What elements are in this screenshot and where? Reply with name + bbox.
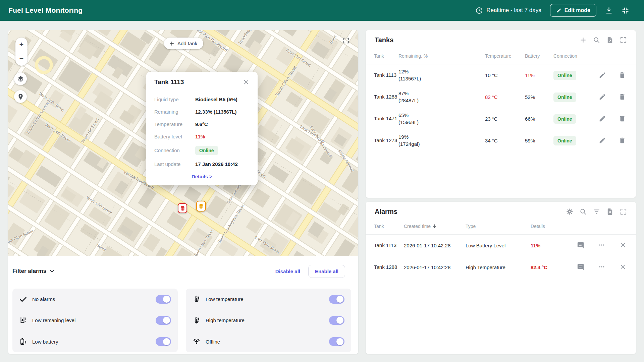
offline-icon <box>193 338 201 346</box>
filter-row: Low remaning level <box>19 310 171 331</box>
filter-alarms-toggle[interactable]: Filter alarms <box>12 268 55 275</box>
comment-icon <box>577 242 584 249</box>
delete-row-button[interactable] <box>618 137 626 145</box>
remaining-detail: (1724gal) <box>398 141 420 147</box>
zoom-in-button[interactable]: + <box>15 38 28 52</box>
delete-row-button[interactable] <box>618 115 626 123</box>
toggle-no-alarms[interactable] <box>156 295 171 304</box>
search-icon <box>593 36 600 44</box>
table-row: Tank 1113 12% (113567L) 10 °C 11% Online <box>366 64 636 86</box>
search-button[interactable] <box>579 208 587 216</box>
location-pin-icon <box>17 93 24 100</box>
comment-button[interactable] <box>577 242 585 250</box>
thermo-icon <box>193 295 201 303</box>
dismiss-alarm-button[interactable] <box>619 242 627 250</box>
comment-icon <box>577 263 584 271</box>
remaining-detail: (113567L) <box>398 76 421 81</box>
temperature-value: 23 °C <box>485 116 525 122</box>
time-range-picker[interactable]: Realtime - last 7 days <box>475 7 541 14</box>
locate-button[interactable] <box>14 90 27 103</box>
zoom-out-button[interactable]: − <box>15 52 28 66</box>
toggle-offline[interactable] <box>329 337 344 346</box>
pencil-icon <box>599 115 606 122</box>
popup-row: Last update17 Jan 2026 10:42 <box>154 158 250 170</box>
expand-icon <box>620 36 627 44</box>
export-button[interactable] <box>606 208 614 216</box>
edit-row-button[interactable] <box>598 93 606 101</box>
comment-button[interactable] <box>577 263 585 272</box>
download-button[interactable] <box>605 7 613 14</box>
toggle-low-battery[interactable] <box>156 337 171 346</box>
collapse-button[interactable] <box>622 7 629 14</box>
popup-label: Liquid type <box>154 97 195 102</box>
remaining-pct: 65% <box>398 112 409 118</box>
edit-row-button[interactable] <box>598 71 606 79</box>
fullscreen-button[interactable] <box>620 36 627 44</box>
remaining-detail: (28487L) <box>398 98 419 103</box>
popup-row: ConnectionOnline <box>154 143 250 158</box>
filter-alarms-label: Filter alarms <box>12 268 46 275</box>
battery-icon <box>19 338 27 346</box>
col-created-time-sort[interactable]: Created time <box>404 224 466 229</box>
pencil-icon <box>599 71 606 79</box>
app-header: Fuel Level Monitoring Realtime - last 7 … <box>0 0 644 21</box>
col-remaining: Remaining, % <box>398 53 431 59</box>
filter-button[interactable] <box>593 208 600 216</box>
tank-marker[interactable] <box>178 203 187 213</box>
trash-icon <box>619 71 626 79</box>
alarm-type: Low Battery Level <box>466 243 531 248</box>
popup-close-button[interactable] <box>243 79 250 85</box>
search-button[interactable] <box>593 36 600 44</box>
page-title: Fuel Level Monitoring <box>8 6 83 14</box>
close-icon <box>243 79 250 85</box>
popup-details-link[interactable]: Details > <box>192 174 212 179</box>
disable-all-button[interactable]: Disable all <box>272 266 304 277</box>
add-button[interactable] <box>579 36 587 44</box>
table-row: Tank 1471 65% (15968L) 23 °C 66% Online <box>366 108 636 130</box>
connection-status-badge: Online <box>553 71 576 80</box>
popup-row: Battery level11% <box>154 130 250 143</box>
edit-mode-button[interactable]: Edit mode <box>550 4 596 17</box>
toggle-low-temperature[interactable] <box>329 295 344 304</box>
created-time: 2026-01-17 10:42:28 <box>404 243 466 248</box>
dismiss-alarm-button[interactable] <box>619 263 627 272</box>
delete-row-button[interactable] <box>618 71 626 79</box>
battery-value: 66% <box>525 116 553 122</box>
filter-label: No alarms <box>32 296 55 302</box>
sort-desc-icon <box>432 224 437 229</box>
tanks-panel: Tanks Tank Remaining, % Temperature Batt… <box>366 30 636 198</box>
map-fullscreen-button[interactable] <box>342 37 350 45</box>
table-row: Tank 1273 19% (1724gal) 34 °C 59% Online <box>366 130 636 152</box>
popup-label: Battery level <box>154 134 195 139</box>
export-button[interactable] <box>606 36 614 44</box>
map[interactable]: West Pico BoulevardBroadwaySoutEast 12th… <box>8 30 358 256</box>
edit-row-button[interactable] <box>598 137 606 145</box>
fullscreen-button[interactable] <box>620 208 627 216</box>
popup-label: Remaining <box>154 109 195 115</box>
remaining-pct: 19% <box>398 134 409 140</box>
edit-row-button[interactable] <box>598 115 606 123</box>
tank-name: Tank 1273 <box>374 137 397 144</box>
tank-marker-selected[interactable] <box>196 201 206 212</box>
gear-icon <box>566 208 574 216</box>
map-panel: West Pico BoulevardBroadwaySoutEast 12th… <box>8 30 358 354</box>
temperature-value: 34 °C <box>485 138 525 143</box>
created-time: 2026-01-17 10:42:28 <box>404 264 466 270</box>
popup-row: Liquid typeBiodiesel B5 (5%) <box>154 93 250 106</box>
more-actions-button[interactable] <box>598 263 606 272</box>
layers-button[interactable] <box>14 72 27 85</box>
alarm-type: High Temperature <box>466 264 531 270</box>
enable-all-button[interactable]: Enable all <box>308 265 345 278</box>
temperature-value: 82 °C <box>485 94 525 100</box>
col-details: Details <box>531 224 572 229</box>
settings-button[interactable] <box>566 208 574 216</box>
filter-cards: No alarms Low remaning level Low battery… <box>12 289 351 352</box>
more-actions-button[interactable] <box>598 242 606 250</box>
pencil-icon <box>599 93 606 101</box>
toggle-low-remaning-level[interactable] <box>156 316 171 325</box>
add-tank-button[interactable]: Add tank <box>164 38 203 49</box>
toggle-high-temperature[interactable] <box>329 316 344 325</box>
delete-row-button[interactable] <box>618 93 626 101</box>
alarms-table-header: Tank Created time Type Details <box>366 224 636 229</box>
filter-label: Low remaning level <box>32 317 75 323</box>
